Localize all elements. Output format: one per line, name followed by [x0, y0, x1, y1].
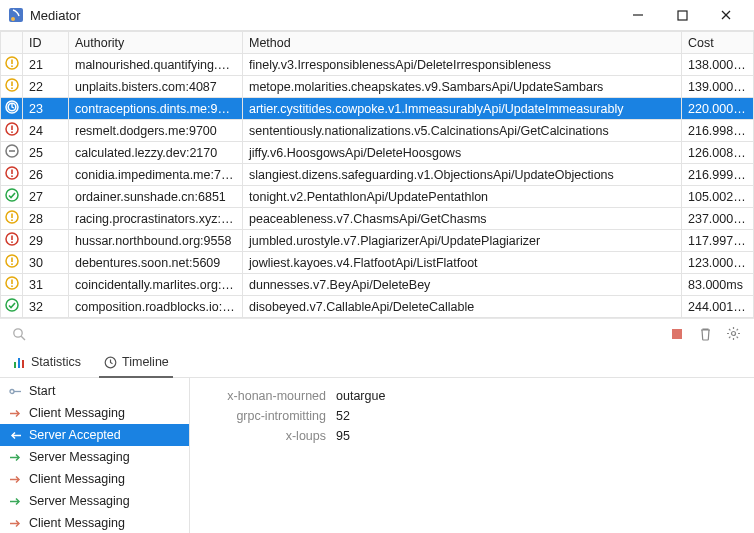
cell-cost: 216.998ms [682, 120, 754, 142]
tab-statistics[interactable]: Statistics [10, 347, 83, 377]
svg-rect-38 [672, 329, 682, 339]
tab-timeline[interactable]: Timeline [101, 347, 171, 377]
table-row[interactable]: 22unplaits.bisters.com:4087metope.molari… [1, 76, 754, 98]
cell-cost: 123.000ms [682, 252, 754, 274]
arrow-icon [8, 450, 22, 464]
header-authority[interactable]: Authority [69, 32, 243, 54]
svg-point-35 [6, 299, 18, 311]
status-icon [1, 98, 23, 120]
cell-authority: conidia.impedimenta.me:7273 [69, 164, 243, 186]
svg-point-36 [14, 328, 22, 336]
detail-tabs: Statistics Timeline [0, 348, 754, 378]
cell-authority: resmelt.dodgers.me:9700 [69, 120, 243, 142]
arrow-icon [8, 494, 22, 508]
title-bar: Mediator [0, 0, 754, 30]
table-row[interactable]: 24resmelt.dodgers.me:9700sententiously.n… [1, 120, 754, 142]
sidebar-item[interactable]: Client Messaging [0, 468, 189, 490]
search-icon[interactable] [10, 325, 28, 343]
table-row[interactable]: 30debentures.soon.net:5609jowliest.kayoe… [1, 252, 754, 274]
table-row[interactable]: 26conidia.impedimenta.me:7273slangiest.d… [1, 164, 754, 186]
sidebar-item-label: Server Messaging [29, 450, 130, 464]
table-header-row: ID Authority Method Cost [1, 32, 754, 54]
cell-authority: unplaits.bisters.com:4087 [69, 76, 243, 98]
cell-cost: 216.999ms [682, 164, 754, 186]
table-row[interactable]: 25calculated.lezzy.dev:2170jiffy.v6.Hoos… [1, 142, 754, 164]
cell-cost: 244.001ms [682, 296, 754, 318]
close-button[interactable] [704, 1, 748, 29]
cell-method: metope.molarities.cheapskates.v9.Sambars… [243, 76, 682, 98]
sidebar-item-label: Client Messaging [29, 516, 125, 530]
sidebar-item[interactable]: Server Accepted [0, 424, 189, 446]
header-cost[interactable]: Cost [682, 32, 754, 54]
status-icon [1, 230, 23, 252]
maximize-button[interactable] [660, 1, 704, 29]
sidebar-item-label: Client Messaging [29, 406, 125, 420]
cell-authority: calculated.lezzy.dev:2170 [69, 142, 243, 164]
trash-icon[interactable] [694, 323, 716, 345]
bars-icon [12, 355, 26, 369]
minimize-button[interactable] [616, 1, 660, 29]
cell-id: 28 [23, 208, 69, 230]
cell-cost: 237.000ms [682, 208, 754, 230]
arrow-icon [8, 472, 22, 486]
detail-key: x-honan-mourned [206, 389, 336, 403]
table-row[interactable]: 23contraceptions.dints.me:9324artier.cys… [1, 98, 754, 120]
cell-id: 25 [23, 142, 69, 164]
detail-value: outargue [336, 389, 385, 403]
header-method[interactable]: Method [243, 32, 682, 54]
table-row[interactable]: 32composition.roadblocks.io:544disobeyed… [1, 296, 754, 318]
status-icon [1, 164, 23, 186]
cell-authority: hussar.northbound.org:9558 [69, 230, 243, 252]
sidebar-item[interactable]: Server Messaging [0, 490, 189, 512]
sidebar-item[interactable]: Client Messaging [0, 512, 189, 533]
table-row[interactable]: 31coincidentally.marlites.org:227dunness… [1, 274, 754, 296]
app-icon [8, 7, 24, 23]
sidebar-item-label: Start [29, 384, 55, 398]
sidebar-item-label: Server Accepted [29, 428, 121, 442]
sidebar-item[interactable]: Server Messaging [0, 446, 189, 468]
svg-point-8 [11, 65, 13, 67]
sidebar-item[interactable]: Start [0, 380, 189, 402]
cell-id: 22 [23, 76, 69, 98]
cell-id: 31 [23, 274, 69, 296]
cell-cost: 105.002ms [682, 186, 754, 208]
header-status[interactable] [1, 32, 23, 54]
cell-method: dunnesses.v7.BeyApi/DeleteBey [243, 274, 682, 296]
svg-point-28 [11, 241, 13, 243]
cell-method: sententiously.nationalizations.v5.Calcin… [243, 120, 682, 142]
detail-key: x-loups [206, 429, 336, 443]
header-id[interactable]: ID [23, 32, 69, 54]
detail-row: grpc-intromitting52 [206, 406, 738, 426]
svg-point-31 [11, 263, 13, 265]
svg-point-34 [11, 285, 13, 287]
table-row[interactable]: 21malnourished.quantifying.xyz:6finely.v… [1, 54, 754, 76]
cell-method: artier.cystitides.cowpoke.v1.Immeasurabl… [243, 98, 682, 120]
table-row[interactable]: 29hussar.northbound.org:9558jumbled.uros… [1, 230, 754, 252]
cell-method: jiffy.v6.HoosgowsApi/DeleteHoosgows [243, 142, 682, 164]
detail-value: 52 [336, 409, 350, 423]
cell-method: peaceableness.v7.ChasmsApi/GetChasms [243, 208, 682, 230]
status-icon [1, 274, 23, 296]
svg-point-22 [6, 189, 18, 201]
detail-value: 95 [336, 429, 350, 443]
detail-row: x-honan-mournedoutargue [206, 386, 738, 406]
cell-id: 23 [23, 98, 69, 120]
cell-method: jumbled.urostyle.v7.PlagiarizerApi/Updat… [243, 230, 682, 252]
stop-record-icon[interactable] [666, 323, 688, 345]
cell-authority: ordainer.sunshade.cn:6851 [69, 186, 243, 208]
cell-authority: coincidentally.marlites.org:227 [69, 274, 243, 296]
cell-id: 30 [23, 252, 69, 274]
table-row[interactable]: 28racing.procrastinators.xyz:8626peaceab… [1, 208, 754, 230]
status-icon [1, 120, 23, 142]
cell-method: disobeyed.v7.CallableApi/DeleteCallable [243, 296, 682, 318]
status-icon [1, 296, 23, 318]
timeline-sidebar: StartClient MessagingServer AcceptedServ… [0, 378, 190, 533]
cell-cost: 220.000ms [682, 98, 754, 120]
status-icon [1, 208, 23, 230]
table-row[interactable]: 27ordainer.sunshade.cn:6851tonight.v2.Pe… [1, 186, 754, 208]
gear-icon[interactable] [722, 323, 744, 345]
cell-authority: malnourished.quantifying.xyz:6 [69, 54, 243, 76]
cell-cost: 83.000ms [682, 274, 754, 296]
sidebar-item[interactable]: Client Messaging [0, 402, 189, 424]
arrow-icon [8, 384, 22, 398]
